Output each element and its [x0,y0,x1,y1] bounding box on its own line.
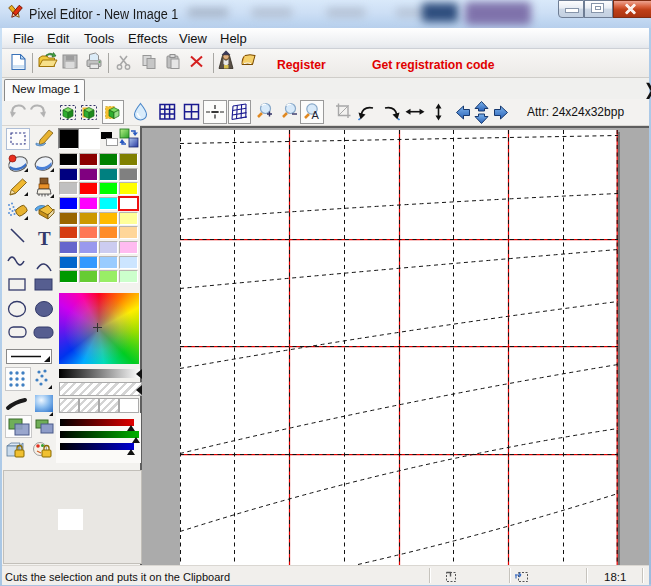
svg-text:A: A [312,109,320,121]
svg-text:Attr:: Attr: [527,105,549,119]
svg-text:24x24x32bpp: 24x24x32bpp [552,105,624,119]
